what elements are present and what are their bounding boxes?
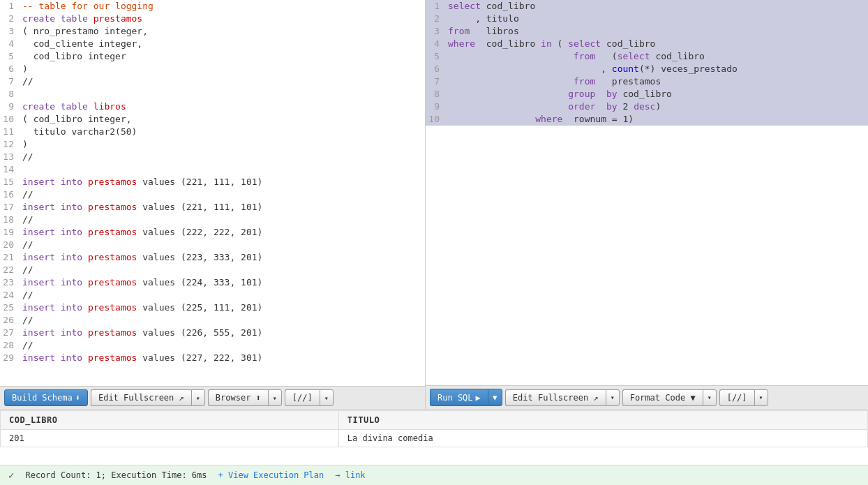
code-line: 18//: [0, 214, 425, 226]
right-toolbar: Run SQL ▶ ▾ Edit Fullscreen ↗ ▾ Format C…: [426, 385, 868, 409]
status-message: Record Count: 1; Execution Time: 6ms: [25, 470, 207, 480]
line-content: insert into prestamos values (222, 222, …: [20, 226, 425, 239]
line-content: insert into prestamos values (221, 111, …: [20, 201, 425, 214]
right-code-lines: 1select cod_libro2 , titulo3from libros4…: [426, 0, 868, 385]
col-header-cod-libro: COD_LIBRO: [1, 411, 339, 430]
browser-arrow[interactable]: ▾: [268, 389, 282, 406]
line-number: 5: [0, 50, 20, 63]
line-content: insert into prestamos values (221, 111, …: [20, 176, 425, 188]
results-area: COD_LIBRO TITULO 201La divina comedia: [0, 409, 868, 465]
view-plan-label: + View Execution Plan: [218, 470, 324, 480]
edit-fullscreen-group-left: Edit Fullscreen ↗ ▾: [91, 389, 205, 406]
code-line: 4 cod_cliente integer,: [0, 38, 425, 50]
format-arrow-left[interactable]: ▾: [320, 389, 334, 406]
line-number: 13: [0, 151, 20, 163]
line-number: 18: [0, 214, 20, 226]
edit-fullscreen-button-left[interactable]: Edit Fullscreen ↗: [91, 389, 191, 406]
run-sql-arrow[interactable]: ▾: [488, 389, 502, 406]
line-number: 2: [426, 13, 445, 25]
format-button-left[interactable]: [//]: [285, 389, 320, 406]
format-code-button[interactable]: Format Code ▼: [622, 389, 703, 406]
line-number: 15: [0, 176, 20, 188]
line-number: 4: [426, 38, 445, 50]
line-number: 10: [0, 113, 20, 126]
line-content: insert into prestamos values (223, 333, …: [20, 251, 425, 264]
code-line: 7 from prestamos: [426, 75, 868, 88]
edit-fullscreen-arrow-left[interactable]: ▾: [191, 389, 205, 406]
line-number: 1: [426, 0, 445, 13]
line-content: create table prestamos: [20, 13, 425, 25]
line-content: ( nro_prestamo integer,: [20, 25, 425, 38]
code-line: 19insert into prestamos values (222, 222…: [0, 226, 425, 239]
code-line: 23insert into prestamos values (224, 333…: [0, 276, 425, 289]
code-line: 11 titulo varchar2(50): [0, 126, 425, 138]
build-schema-button[interactable]: Build Schema ⬇: [4, 389, 88, 406]
edit-fullscreen-button-right[interactable]: Edit Fullscreen ↗: [505, 389, 606, 406]
line-number: 1: [0, 0, 20, 13]
line-content: //: [20, 339, 425, 352]
line-number: 12: [0, 138, 20, 151]
line-content: where rownum = 1): [445, 113, 868, 126]
line-number: 4: [0, 38, 20, 50]
editors-area: 1-- table for our logging2create table p…: [0, 0, 868, 409]
run-sql-group: Run SQL ▶ ▾: [430, 389, 502, 406]
format-code-arrow[interactable]: ▾: [703, 389, 717, 406]
code-line: 8: [0, 88, 425, 100]
left-editor-panel: 1-- table for our logging2create table p…: [0, 0, 426, 409]
bracket-button-right[interactable]: [//]: [719, 389, 754, 406]
table-cell: 201: [1, 430, 339, 447]
link-link[interactable]: → link: [335, 470, 365, 480]
view-execution-plan-link[interactable]: + View Execution Plan: [218, 470, 324, 480]
code-line: 4where cod_libro in ( select cod_libro: [426, 38, 868, 50]
code-line: 17insert into prestamos values (221, 111…: [0, 201, 425, 214]
build-schema-label: Build Schema: [12, 393, 73, 403]
line-number: 3: [0, 25, 20, 38]
line-content: ): [20, 138, 425, 151]
line-number: 2: [0, 13, 20, 25]
code-line: 1select cod_libro: [426, 0, 868, 13]
format-group-left: [//] ▾: [285, 389, 334, 406]
code-line: 9 order by 2 desc): [426, 100, 868, 113]
code-line: 5 from (select cod_libro: [426, 50, 868, 63]
code-line: 28//: [0, 339, 425, 352]
status-check-icon: ✓: [8, 470, 14, 481]
right-code-area[interactable]: 1select cod_libro2 , titulo3from libros4…: [426, 0, 868, 385]
code-line: 2 , titulo: [426, 13, 868, 25]
line-number: 22: [0, 264, 20, 276]
code-line: 12): [0, 138, 425, 151]
run-sql-button[interactable]: Run SQL ▶: [430, 389, 488, 406]
line-number: 6: [0, 63, 20, 75]
results-table: COD_LIBRO TITULO 201La divina comedia: [0, 410, 868, 447]
code-line: 5 cod_libro integer: [0, 50, 425, 63]
code-line: 26//: [0, 314, 425, 327]
line-content: -- table for our logging: [20, 0, 425, 13]
edit-fullscreen-arrow-right[interactable]: ▾: [606, 389, 620, 406]
line-number: 20: [0, 239, 20, 251]
code-line: 24//: [0, 289, 425, 301]
code-line: 3( nro_prestamo integer,: [0, 25, 425, 38]
line-number: 5: [426, 50, 445, 63]
code-line: 13//: [0, 151, 425, 163]
code-line: 20//: [0, 239, 425, 251]
col-header-titulo: TITULO: [338, 411, 867, 430]
line-content: where cod_libro in ( select cod_libro: [445, 38, 868, 50]
code-line: 15insert into prestamos values (221, 111…: [0, 176, 425, 188]
left-code-area[interactable]: 1-- table for our logging2create table p…: [0, 0, 425, 386]
line-content: //: [20, 188, 425, 201]
results-tbody: 201La divina comedia: [1, 430, 868, 447]
line-number: 25: [0, 301, 20, 314]
code-line: 21insert into prestamos values (223, 333…: [0, 251, 425, 264]
bracket-arrow-right[interactable]: ▾: [754, 389, 768, 406]
browser-button[interactable]: Browser ⬆: [208, 389, 268, 406]
code-line: 16//: [0, 188, 425, 201]
code-line: 2create table prestamos: [0, 13, 425, 25]
code-line: 10( cod_libro integer,: [0, 113, 425, 126]
line-content: insert into prestamos values (225, 111, …: [20, 301, 425, 314]
line-content: , titulo: [445, 13, 868, 25]
line-number: 17: [0, 201, 20, 214]
browser-group: Browser ⬆ ▾: [208, 389, 282, 406]
line-number: 23: [0, 276, 20, 289]
code-line: 14: [0, 163, 425, 176]
line-number: 24: [0, 289, 20, 301]
line-number: 14: [0, 163, 20, 176]
